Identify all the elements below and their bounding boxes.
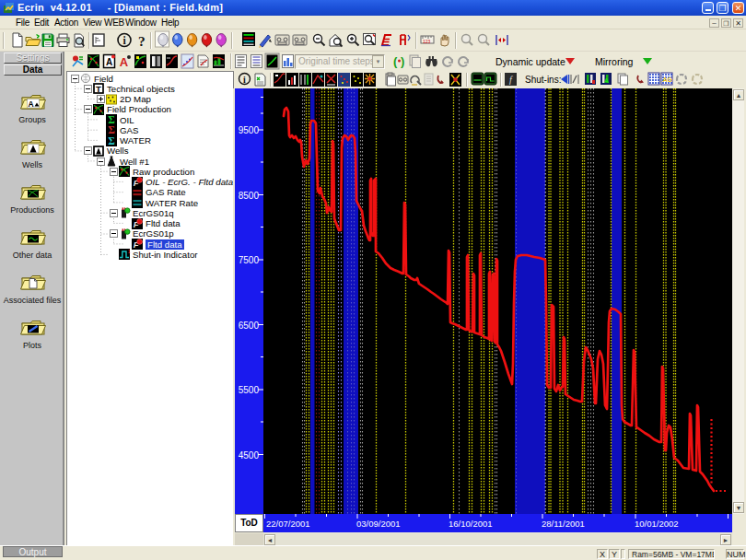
- svg-text:Σ: Σ: [108, 135, 115, 146]
- svg-text:123: 123: [423, 39, 431, 44]
- svg-text:A: A: [604, 77, 609, 84]
- svg-text:A: A: [29, 99, 34, 109]
- svg-text:?: ?: [138, 33, 146, 49]
- svg-text:1: 1: [128, 249, 131, 254]
- svg-text:i: i: [243, 75, 246, 85]
- svg-text:T: T: [96, 84, 101, 94]
- svg-text:AG: AG: [663, 76, 673, 83]
- svg-text:A: A: [106, 57, 112, 67]
- svg-text:i: i: [122, 35, 126, 46]
